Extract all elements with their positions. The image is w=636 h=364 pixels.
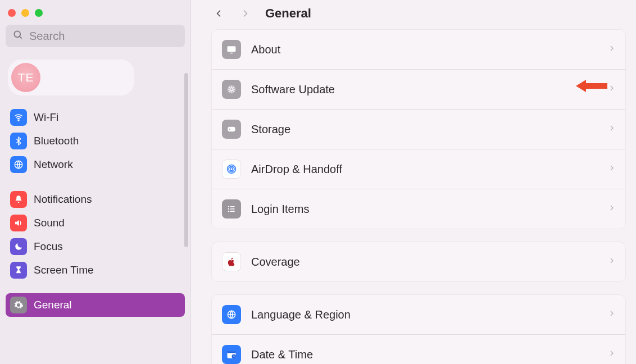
row-login-items[interactable]: Login Items [212, 189, 625, 229]
row-coverage[interactable]: Coverage [212, 242, 625, 281]
sidebar-item-label: Notifications [34, 193, 92, 206]
sidebar-scrollbar[interactable] [184, 73, 188, 247]
bell-icon [10, 191, 27, 208]
sidebar-item-label: General [34, 299, 72, 311]
svg-rect-9 [228, 127, 235, 131]
svg-point-11 [230, 168, 233, 171]
row-date-time[interactable]: Date & Time [212, 335, 625, 364]
hourglass-icon [10, 262, 27, 279]
content: About Software Update [191, 29, 629, 364]
avatar: TE [11, 63, 40, 92]
airdrop-icon [222, 160, 241, 179]
display-icon [222, 40, 241, 59]
chevron-right-icon [608, 163, 615, 175]
svg-rect-4 [228, 46, 236, 52]
svg-point-0 [14, 31, 20, 37]
chevron-right-icon [608, 256, 615, 268]
gear-icon [10, 297, 27, 313]
svg-point-12 [229, 166, 234, 172]
sidebar-item-bluetooth[interactable]: Bluetooth [6, 129, 185, 153]
sidebar-item-sound[interactable]: Sound [6, 211, 185, 235]
svg-point-10 [229, 129, 230, 130]
row-label: Storage [251, 123, 598, 136]
row-label: Coverage [251, 256, 598, 269]
search-icon [12, 29, 24, 43]
badge-gear-icon [222, 80, 241, 99]
annotation-arrow-icon [576, 79, 607, 95]
svg-rect-22 [228, 351, 236, 353]
row-label: About [251, 43, 598, 56]
header: General [191, 0, 629, 29]
speaker-icon [10, 215, 27, 231]
row-label: Language & Region [251, 308, 598, 321]
page-title: General [265, 6, 311, 21]
sidebar-item-label: Focus [34, 240, 63, 253]
row-software-update[interactable]: Software Update [212, 70, 625, 110]
list-icon [222, 199, 241, 219]
section-coverage: Coverage [211, 242, 626, 282]
section-general: About Software Update [211, 29, 626, 229]
forward-button[interactable] [237, 6, 253, 21]
bluetooth-icon [10, 133, 27, 149]
sidebar-item-label: Network [34, 158, 73, 171]
svg-rect-15 [230, 206, 235, 207]
svg-rect-5 [230, 53, 233, 53]
chevron-right-icon [608, 123, 615, 135]
svg-point-14 [228, 206, 229, 207]
row-language-region[interactable]: Language & Region [212, 295, 625, 335]
row-about[interactable]: About [212, 30, 625, 70]
account-row[interactable]: TE [8, 60, 134, 95]
minimize-window-button[interactable] [21, 9, 29, 17]
row-label: Date & Time [251, 348, 598, 361]
svg-rect-19 [230, 211, 235, 212]
apple-icon [222, 252, 241, 271]
sidebar-item-label: Bluetooth [34, 135, 79, 147]
svg-line-1 [20, 37, 22, 39]
sidebar-item-network[interactable]: Network [6, 153, 185, 176]
svg-point-18 [228, 211, 229, 212]
back-button[interactable] [211, 6, 227, 21]
svg-point-16 [228, 208, 229, 210]
row-label: Login Items [251, 203, 598, 216]
close-window-button[interactable] [8, 9, 16, 17]
zoom-window-button[interactable] [35, 9, 43, 17]
disk-icon [222, 120, 241, 139]
sidebar-item-wifi[interactable]: Wi-Fi [6, 106, 185, 129]
calendar-clock-icon [222, 345, 241, 364]
search-input[interactable] [29, 30, 178, 43]
sidebar-item-screen-time[interactable]: Screen Time [6, 258, 185, 282]
sidebar-list: Wi-Fi Bluetooth Network [6, 106, 185, 327]
row-label: Software Update [251, 83, 598, 96]
window-controls [6, 6, 185, 25]
search-field[interactable] [6, 25, 185, 47]
row-label: AirDrop & Handoff [251, 163, 598, 176]
chevron-right-icon [608, 308, 615, 321]
svg-rect-17 [230, 208, 235, 210]
sidebar-item-label: Screen Time [34, 264, 94, 276]
row-airdrop-handoff[interactable]: AirDrop & Handoff [212, 149, 625, 189]
chevron-right-icon [608, 43, 615, 56]
sidebar-item-label: Sound [34, 217, 65, 229]
network-icon [10, 156, 27, 173]
chevron-right-icon [608, 83, 615, 95]
moon-icon [10, 238, 27, 255]
svg-point-2 [18, 120, 19, 121]
chevron-right-icon [608, 203, 615, 215]
sidebar: TE Wi-Fi Bluetooth [0, 0, 191, 364]
chevron-right-icon [608, 348, 615, 361]
section-locale: Language & Region Date & Time [211, 294, 626, 364]
row-storage[interactable]: Storage [212, 110, 625, 149]
main-panel: General About Software Update [191, 0, 636, 364]
sidebar-item-general[interactable]: General [6, 293, 185, 317]
sidebar-item-notifications[interactable]: Notifications [6, 188, 185, 211]
sidebar-item-label: Wi-Fi [34, 111, 58, 124]
wifi-icon [10, 109, 27, 126]
sidebar-item-focus[interactable]: Focus [6, 235, 185, 258]
globe-icon [222, 305, 241, 324]
svg-marker-8 [576, 80, 607, 92]
